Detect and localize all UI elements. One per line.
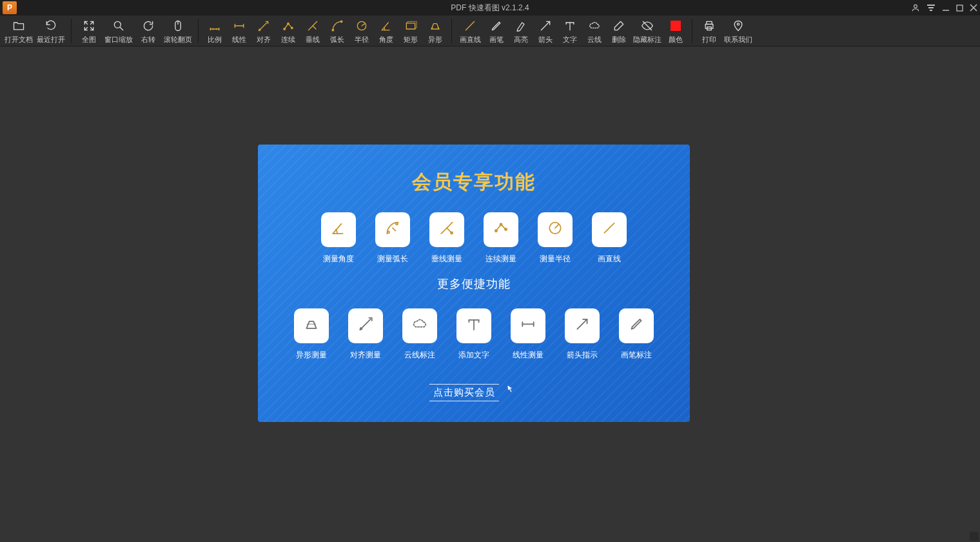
buy-vip-link[interactable]: 点击购买会员 (429, 384, 499, 401)
promo-tile-label: 测量角度 (323, 254, 354, 265)
promo-row-more: 异形测量对齐测量云线标注添加文字线性测量箭头指示画笔标注 (258, 308, 690, 361)
toolbar-label: 线性 (232, 36, 246, 43)
toolbar-cloud[interactable]: 云线 (582, 15, 607, 46)
promo-tile-label: 对齐测量 (350, 350, 381, 361)
print-icon (701, 18, 717, 34)
perp-icon (305, 18, 320, 34)
p-radius-icon (538, 212, 573, 247)
toolbar-label: 云线 (587, 36, 602, 43)
toolbar-radius[interactable]: 半径 (349, 15, 374, 46)
toolbar-delete[interactable]: 删除 (607, 15, 631, 46)
promo-tile-p-cloud[interactable]: 云线标注 (402, 308, 437, 361)
toolbar-label: 半径 (355, 36, 369, 43)
toolbar-separator (71, 19, 72, 43)
toolbar-arc[interactable]: 弧长 (325, 15, 349, 46)
p-line-icon (592, 212, 627, 247)
text-icon (562, 18, 578, 34)
hl-icon (513, 18, 529, 34)
svg-point-15 (396, 223, 398, 225)
toolbar-label: 画直线 (460, 36, 481, 43)
toolbar-continuous[interactable]: 连续 (276, 15, 300, 46)
toolbar-text[interactable]: 文字 (558, 15, 582, 46)
p-cloud-icon (402, 308, 437, 343)
toolbar-arrow[interactable]: 箭头 (533, 15, 558, 46)
toolbar-full-view[interactable]: 全图 (75, 15, 103, 46)
cursor-hand-icon (502, 383, 518, 402)
toolbar-linear[interactable]: 线性 (227, 15, 251, 46)
toolbar-perp[interactable]: 垂线 (300, 15, 325, 46)
toolbar-highlight[interactable]: 高亮 (509, 15, 533, 46)
toolbar-label: 打开文档 (5, 36, 33, 43)
p-arc-icon (375, 212, 410, 247)
toolbar-label: 最近打开 (37, 36, 65, 43)
toolbar-separator (451, 19, 452, 43)
maximize-button[interactable] (956, 5, 963, 12)
toolbar-label: 右转 (141, 36, 155, 43)
rect-icon (403, 18, 418, 34)
svg-rect-11 (705, 25, 713, 29)
toolbar-recent[interactable]: 最近打开 (35, 15, 67, 46)
toolbar-zoom-window[interactable]: 窗口缩放 (103, 15, 135, 46)
promo-tile-p-perp[interactable]: 垂线测量 (429, 212, 464, 265)
p-arrow-icon (565, 308, 600, 343)
app-logo: P (3, 1, 17, 14)
promo-tile-p-align[interactable]: 对齐测量 (348, 308, 383, 361)
toolbar-label: 颜色 (669, 36, 683, 43)
rotate-icon (141, 18, 156, 34)
toolbar-separator (198, 19, 199, 43)
promo-tile-label: 垂线测量 (431, 254, 462, 265)
promo-tile-label: 添加文字 (458, 350, 489, 361)
pencil-icon (489, 18, 504, 34)
toolbar-rect[interactable]: 矩形 (398, 15, 423, 46)
promo-tile-p-cont[interactable]: 连续测量 (484, 212, 518, 265)
user-icon[interactable] (911, 3, 920, 12)
toolbar-label: 打印 (702, 36, 716, 43)
toolbar-hide-annot[interactable]: 隐藏标注 (631, 15, 663, 46)
promo-tile-label: 测量半径 (540, 254, 571, 265)
scroll-corner (970, 532, 979, 541)
toolbar-line[interactable]: 画直线 (456, 15, 484, 46)
p-perp-icon (429, 212, 464, 247)
scale-icon (207, 18, 222, 34)
promo-tile-p-text[interactable]: 添加文字 (456, 308, 491, 361)
promo-tile-label: 箭头指示 (567, 350, 598, 361)
toolbar-pencil[interactable]: 画笔 (484, 15, 509, 46)
cloud-icon (587, 18, 602, 34)
magnify-icon (111, 18, 126, 34)
toolbar-irregular[interactable]: 异形 (423, 15, 447, 46)
minimize-button[interactable] (942, 4, 950, 12)
eye-icon (640, 18, 655, 34)
menu-icon[interactable] (926, 5, 936, 11)
toolbar-label: 联系我们 (724, 36, 752, 43)
promo-tile-p-pencil[interactable]: 画笔标注 (619, 308, 654, 361)
toolbar-rotate-right[interactable]: 右转 (135, 15, 162, 46)
promo-tile-p-arc[interactable]: 测量弧长 (375, 212, 410, 265)
toolbar-open-file[interactable]: 打开文档 (3, 15, 35, 46)
toolbar-contact[interactable]: 联系我们 (722, 15, 754, 46)
promo-tile-p-irreg[interactable]: 异形测量 (294, 308, 329, 361)
toolbar-angle[interactable]: 角度 (374, 15, 398, 46)
toolbar: 打开文档最近打开全图窗口缩放右转滚轮翻页比例线性对齐连续垂线弧长半径角度矩形异形… (0, 15, 980, 46)
p-align-icon (348, 308, 383, 343)
window-title: PDF 快速看图 v2.1.2.4 (0, 3, 980, 14)
toolbar-label: 对齐 (257, 36, 271, 43)
promo-subtitle: 更多便捷功能 (258, 276, 690, 292)
promo-tile-p-linear[interactable]: 线性测量 (511, 308, 545, 361)
toolbar-label: 弧长 (330, 36, 344, 43)
toolbar-scale[interactable]: 比例 (202, 15, 227, 46)
toolbar-wheel-page[interactable]: 滚轮翻页 (162, 15, 194, 46)
color-icon (668, 18, 683, 34)
promo-tile-p-angle[interactable]: 测量角度 (321, 212, 356, 265)
toolbar-print[interactable]: 打印 (696, 15, 722, 46)
promo-tile-p-arrow[interactable]: 箭头指示 (565, 308, 600, 361)
svg-rect-1 (957, 5, 963, 11)
cont-icon (280, 18, 296, 34)
toolbar-align[interactable]: 对齐 (251, 15, 276, 46)
toolbar-color[interactable]: 颜色 (663, 15, 688, 46)
close-button[interactable] (970, 4, 977, 12)
promo-tile-p-line[interactable]: 画直线 (592, 212, 627, 265)
titlebar: P PDF 快速看图 v2.1.2.4 (0, 0, 980, 15)
history-icon (43, 18, 59, 34)
mouse-icon (170, 18, 186, 34)
promo-tile-p-radius[interactable]: 测量半径 (538, 212, 573, 265)
